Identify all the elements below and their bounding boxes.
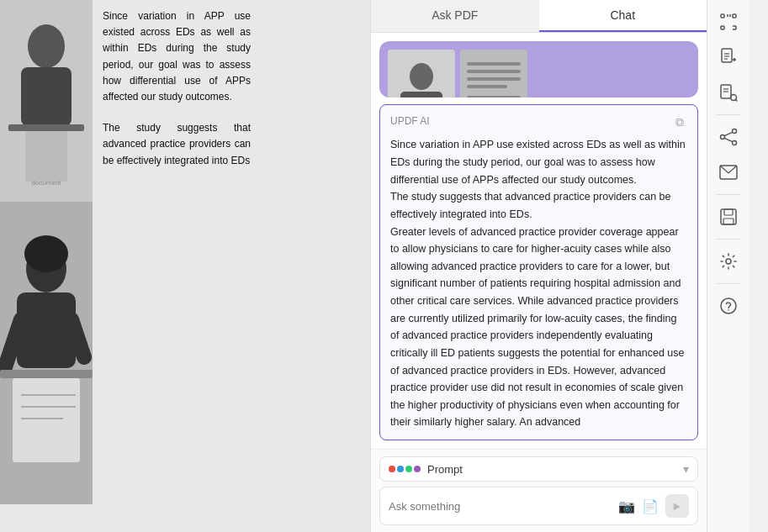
prompt-dots [389, 466, 421, 472]
svg-line-52 [724, 138, 732, 141]
svg-rect-58 [721, 298, 736, 313]
prompt-dot-blue [397, 466, 404, 472]
svg-rect-30 [733, 14, 736, 18]
svg-rect-29 [721, 14, 724, 18]
svg-rect-23 [467, 70, 521, 73]
svg-rect-13 [13, 378, 80, 462]
new-document-icon[interactable] [713, 42, 744, 72]
svg-point-57 [726, 259, 731, 264]
svg-rect-3 [8, 124, 84, 131]
svg-rect-55 [724, 209, 733, 215]
tab-chat[interactable]: Chat [539, 0, 707, 32]
svg-point-49 [720, 135, 724, 140]
ask-input[interactable] [389, 500, 613, 513]
doc-text-block-2: The study suggests that advanced practic… [103, 120, 251, 169]
doc-text-block-1: Since variation in APP use existed acros… [103, 8, 251, 105]
toolbar-divider-3 [716, 239, 741, 240]
svg-line-47 [735, 100, 737, 102]
extraction-thumb-1 [388, 50, 455, 97]
svg-rect-25 [467, 85, 507, 88]
chat-messages-area[interactable]: Extract text from this scanned page. UPD… [371, 33, 707, 449]
extraction-image-area [379, 41, 698, 97]
ai-response-header: UPDF AI ⧉ [390, 113, 687, 129]
right-toolbar [707, 0, 749, 532]
svg-text:document: document [31, 179, 61, 187]
svg-rect-37 [722, 49, 732, 62]
attachment-icon[interactable]: 📄 [642, 498, 659, 514]
svg-point-50 [732, 141, 736, 145]
document-images-column: document [0, 0, 93, 532]
prompt-bar[interactable]: Prompt ▾ [379, 456, 698, 482]
help-icon[interactable] [713, 291, 744, 321]
svg-point-48 [732, 129, 736, 134]
share-icon[interactable] [713, 122, 744, 152]
input-actions: 📷 📄 ► [618, 494, 689, 518]
svg-point-18 [410, 63, 433, 90]
document-image-top: document [0, 0, 93, 202]
svg-rect-26 [467, 96, 521, 97]
prompt-input-area: Prompt ▾ 📷 📄 ► [371, 449, 707, 532]
document-text-column: Since variation in APP use existed acros… [93, 0, 261, 532]
prompt-label: Prompt [427, 463, 683, 476]
svg-point-1 [28, 24, 65, 68]
save-icon[interactable] [713, 202, 744, 232]
chat-panel: Ask PDF Chat [370, 0, 707, 532]
prompt-dot-red [389, 466, 395, 472]
email-icon[interactable] [713, 157, 744, 187]
ai-response-block: UPDF AI ⧉ Since variation in APP use exi… [379, 104, 698, 440]
extraction-thumb-2 [460, 50, 527, 97]
prompt-dot-purple [414, 466, 421, 472]
toolbar-divider-4 [716, 283, 741, 284]
svg-point-59 [728, 309, 729, 311]
search-document-icon[interactable] [713, 77, 744, 108]
tab-ask-pdf[interactable]: Ask PDF [371, 0, 539, 32]
svg-rect-22 [467, 62, 521, 66]
svg-rect-19 [400, 92, 442, 97]
chevron-down-icon: ▾ [683, 462, 689, 476]
ai-response-text: Since variation in APP use existed acros… [390, 136, 687, 431]
barcode-icon[interactable] [713, 7, 744, 37]
svg-rect-21 [460, 50, 527, 97]
ask-input-bar: 📷 📄 ► [379, 487, 698, 525]
svg-rect-31 [721, 26, 724, 29]
toolbar-divider-2 [716, 194, 741, 195]
svg-point-8 [24, 235, 68, 272]
toolbar-divider-1 [716, 114, 741, 115]
prompt-dot-green [405, 466, 412, 472]
svg-rect-4 [25, 131, 67, 182]
svg-rect-12 [0, 370, 93, 378]
settings-icon[interactable] [713, 246, 744, 277]
svg-rect-56 [723, 219, 734, 224]
ai-label: UPDF AI [390, 113, 430, 129]
tabs-bar: Ask PDF Chat [371, 0, 707, 33]
document-image-bottom [0, 202, 93, 504]
send-button[interactable]: ► [665, 494, 689, 518]
extraction-bubble: Extract text from this scanned page. [379, 41, 698, 97]
svg-rect-2 [21, 67, 72, 126]
svg-line-51 [724, 132, 732, 135]
image-upload-icon[interactable]: 📷 [618, 498, 635, 514]
svg-rect-24 [467, 77, 521, 81]
copy-icon[interactable]: ⧉ [672, 114, 687, 129]
svg-rect-9 [17, 292, 76, 368]
document-preview-panel: document [0, 0, 370, 532]
